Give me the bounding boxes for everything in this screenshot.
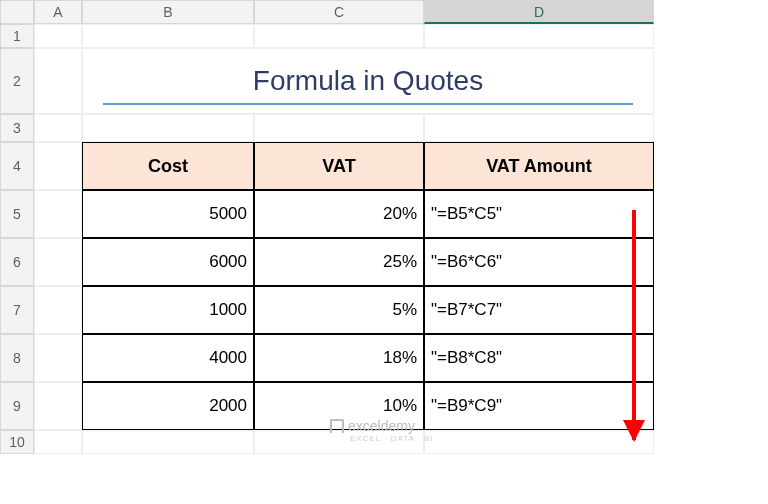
cell-cost-6[interactable]: 6000 (82, 238, 254, 286)
cell-d10[interactable] (424, 430, 654, 454)
cell-amount-6[interactable]: "=B6*C6" (424, 238, 654, 286)
cell-amount-5[interactable]: "=B5*C5" (424, 190, 654, 238)
row-header-5[interactable]: 5 (0, 190, 34, 238)
cell-cost-7[interactable]: 1000 (82, 286, 254, 334)
cell-amount-8[interactable]: "=B8*C8" (424, 334, 654, 382)
cell-d3[interactable] (424, 114, 654, 142)
cell-amount-7[interactable]: "=B7*C7" (424, 286, 654, 334)
cell-a6[interactable] (34, 238, 82, 286)
cell-cost-5[interactable]: 5000 (82, 190, 254, 238)
cell-c3[interactable] (254, 114, 424, 142)
cell-a1[interactable] (34, 24, 82, 48)
cell-a4[interactable] (34, 142, 82, 190)
header-cost[interactable]: Cost (82, 142, 254, 190)
watermark-icon (330, 419, 344, 433)
cell-vat-5[interactable]: 20% (254, 190, 424, 238)
row-header-3[interactable]: 3 (0, 114, 34, 142)
row-header-1[interactable]: 1 (0, 24, 34, 48)
header-vat[interactable]: VAT (254, 142, 424, 190)
row-header-2[interactable]: 2 (0, 48, 34, 114)
cell-a7[interactable] (34, 286, 82, 334)
title-cell[interactable]: Formula in Quotes (82, 48, 654, 114)
row-header-7[interactable]: 7 (0, 286, 34, 334)
cell-vat-6[interactable]: 25% (254, 238, 424, 286)
cell-vat-8[interactable]: 18% (254, 334, 424, 382)
title-underline (103, 103, 633, 105)
cell-a3[interactable] (34, 114, 82, 142)
cell-a9[interactable] (34, 382, 82, 430)
cell-a10[interactable] (34, 430, 82, 454)
watermark: exceldemy (330, 418, 415, 434)
select-all-corner[interactable] (0, 0, 34, 24)
cell-amount-9[interactable]: "=B9*C9" (424, 382, 654, 430)
cell-a2[interactable] (34, 48, 82, 114)
row-header-8[interactable]: 8 (0, 334, 34, 382)
header-amount[interactable]: VAT Amount (424, 142, 654, 190)
cell-a5[interactable] (34, 190, 82, 238)
spreadsheet-grid: A B C D 1 2 Formula in Quotes 3 4 Cost V… (0, 0, 768, 454)
col-header-a[interactable]: A (34, 0, 82, 24)
row-header-9[interactable]: 9 (0, 382, 34, 430)
col-header-d[interactable]: D (424, 0, 654, 24)
cell-d1[interactable] (424, 24, 654, 48)
cell-cost-9[interactable]: 2000 (82, 382, 254, 430)
title-text: Formula in Quotes (253, 65, 483, 97)
cell-cost-8[interactable]: 4000 (82, 334, 254, 382)
row-header-4[interactable]: 4 (0, 142, 34, 190)
red-arrow-down-icon (632, 210, 636, 440)
cell-a8[interactable] (34, 334, 82, 382)
row-header-10[interactable]: 10 (0, 430, 34, 454)
watermark-text: exceldemy (348, 418, 415, 434)
watermark-sub: EXCEL · DATA · BI (350, 434, 434, 443)
col-header-c[interactable]: C (254, 0, 424, 24)
cell-b1[interactable] (82, 24, 254, 48)
cell-b10[interactable] (82, 430, 254, 454)
row-header-6[interactable]: 6 (0, 238, 34, 286)
col-header-b[interactable]: B (82, 0, 254, 24)
cell-vat-7[interactable]: 5% (254, 286, 424, 334)
cell-c1[interactable] (254, 24, 424, 48)
cell-b3[interactable] (82, 114, 254, 142)
